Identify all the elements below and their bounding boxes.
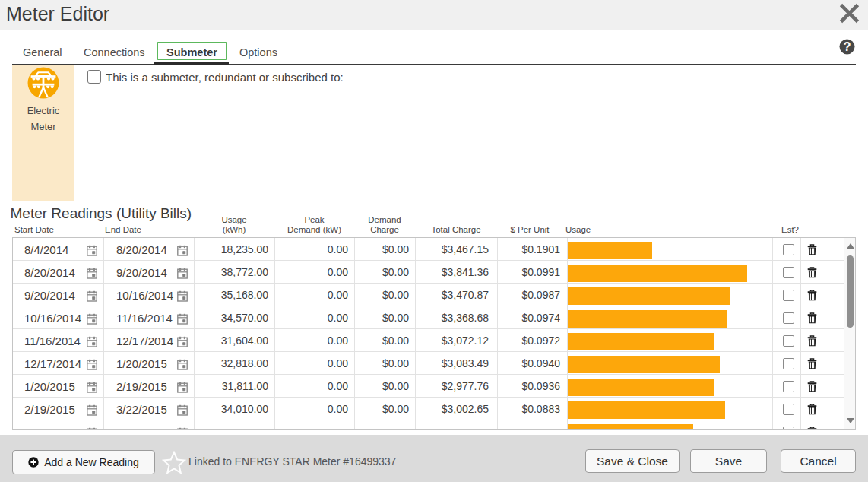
svg-text:?: ?: [843, 40, 851, 53]
